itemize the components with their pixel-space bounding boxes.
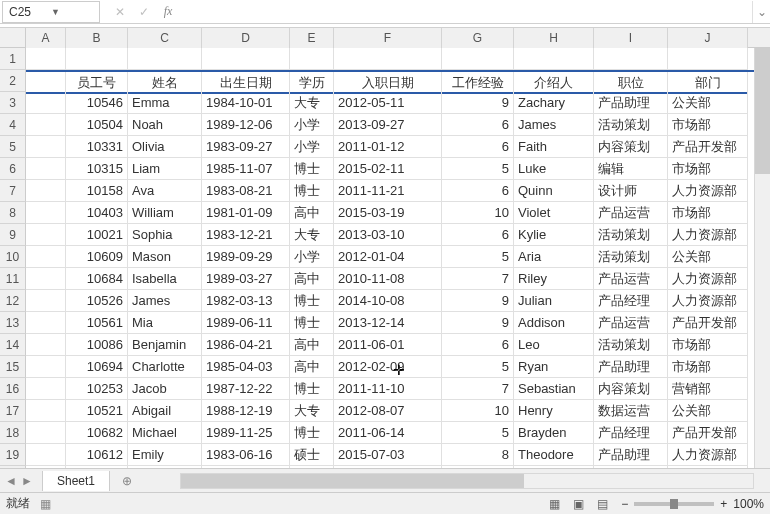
data-cell[interactable]: [26, 114, 66, 136]
data-cell[interactable]: [334, 48, 442, 70]
data-cell[interactable]: 高中: [290, 356, 334, 378]
data-cell[interactable]: [26, 312, 66, 334]
data-cell[interactable]: 产品运营: [594, 202, 668, 224]
data-cell[interactable]: [26, 92, 66, 114]
data-cell[interactable]: 产品运营: [594, 268, 668, 290]
row-header[interactable]: 1: [0, 48, 26, 70]
data-cell[interactable]: 9: [442, 92, 514, 114]
data-cell[interactable]: [26, 158, 66, 180]
data-cell[interactable]: 7: [442, 268, 514, 290]
data-cell[interactable]: Noah: [128, 114, 202, 136]
row-header[interactable]: 2: [0, 70, 26, 92]
data-cell[interactable]: Mason: [128, 246, 202, 268]
data-cell[interactable]: Julian: [514, 290, 594, 312]
sheet-nav[interactable]: ◄ ►: [0, 474, 38, 488]
data-cell[interactable]: 5: [442, 356, 514, 378]
data-cell[interactable]: 2013-03-10: [334, 224, 442, 246]
data-cell[interactable]: 2011-06-01: [334, 334, 442, 356]
data-cell[interactable]: 营销部: [668, 378, 748, 400]
data-cell[interactable]: Henry: [514, 400, 594, 422]
data-cell[interactable]: 产品经理: [594, 290, 668, 312]
macro-record-icon[interactable]: ▦: [40, 497, 51, 511]
data-cell[interactable]: 人力资源部: [668, 224, 748, 246]
data-cell[interactable]: 博士: [290, 422, 334, 444]
data-cell[interactable]: Riley: [514, 268, 594, 290]
data-cell[interactable]: 活动策划: [594, 114, 668, 136]
data-cell[interactable]: 10: [442, 400, 514, 422]
data-cell[interactable]: Benjamin: [128, 334, 202, 356]
data-cell[interactable]: 5: [442, 158, 514, 180]
row-header[interactable]: 19: [0, 444, 26, 466]
data-cell[interactable]: Abigail: [128, 400, 202, 422]
header-cell[interactable]: [26, 72, 66, 94]
data-cell[interactable]: 10158: [66, 180, 128, 202]
data-cell[interactable]: [202, 48, 290, 70]
row-header[interactable]: 5: [0, 136, 26, 158]
data-cell[interactable]: 1988-12-19: [202, 400, 290, 422]
view-page-break-icon[interactable]: ▤: [593, 497, 611, 511]
row-header[interactable]: 7: [0, 180, 26, 202]
data-cell[interactable]: 6: [442, 136, 514, 158]
data-cell[interactable]: 2012-01-04: [334, 246, 442, 268]
data-cell[interactable]: [26, 356, 66, 378]
data-cell[interactable]: 博士: [290, 466, 334, 468]
column-header[interactable]: F: [334, 28, 442, 48]
data-cell[interactable]: 6: [442, 114, 514, 136]
row-header[interactable]: 18: [0, 422, 26, 444]
row-header[interactable]: 17: [0, 400, 26, 422]
data-cell[interactable]: Mia: [128, 312, 202, 334]
data-cell[interactable]: 活动策划: [594, 224, 668, 246]
data-cell[interactable]: 市场部: [668, 158, 748, 180]
data-cell[interactable]: 1989-06-11: [202, 312, 290, 334]
data-cell[interactable]: Leo: [514, 334, 594, 356]
header-cell[interactable]: 部门: [668, 72, 748, 94]
data-cell[interactable]: James: [128, 290, 202, 312]
data-cell[interactable]: [26, 378, 66, 400]
data-cell[interactable]: 高中: [290, 202, 334, 224]
data-cell[interactable]: 1986-04-21: [202, 334, 290, 356]
data-cell[interactable]: [26, 180, 66, 202]
data-cell[interactable]: Emily: [128, 444, 202, 466]
data-cell[interactable]: 公关部: [668, 400, 748, 422]
data-cell[interactable]: 1989-11-25: [202, 422, 290, 444]
data-cell[interactable]: James: [514, 114, 594, 136]
data-cell[interactable]: [514, 48, 594, 70]
zoom-slider-thumb[interactable]: [670, 499, 678, 509]
data-cell[interactable]: 6: [442, 180, 514, 202]
data-cell[interactable]: 硕士: [290, 444, 334, 466]
data-cell[interactable]: 公关部: [668, 92, 748, 114]
data-cell[interactable]: [26, 268, 66, 290]
data-cell[interactable]: 2011-11-10: [334, 378, 442, 400]
header-cell[interactable]: 姓名: [128, 72, 202, 94]
data-cell[interactable]: 10331: [66, 136, 128, 158]
data-cell[interactable]: [26, 48, 66, 70]
sheet-tab[interactable]: Sheet1: [42, 471, 110, 491]
data-cell[interactable]: [26, 466, 66, 468]
data-cell[interactable]: Aria: [514, 246, 594, 268]
data-cell[interactable]: 活动策划: [594, 466, 668, 468]
data-cell[interactable]: 大专: [290, 92, 334, 114]
data-cell[interactable]: Liam: [128, 158, 202, 180]
row-header[interactable]: 4: [0, 114, 26, 136]
data-cell[interactable]: 高中: [290, 268, 334, 290]
column-header[interactable]: C: [128, 28, 202, 48]
data-cell[interactable]: 2013-09-27: [334, 114, 442, 136]
data-cell[interactable]: 1981-11-08: [202, 466, 290, 468]
data-cell[interactable]: [26, 202, 66, 224]
data-cell[interactable]: 数据运营: [594, 400, 668, 422]
row-header[interactable]: 3: [0, 92, 26, 114]
data-cell[interactable]: 2013-12-14: [334, 312, 442, 334]
data-cell[interactable]: 9: [442, 290, 514, 312]
row-header[interactable]: 11: [0, 268, 26, 290]
data-cell[interactable]: [26, 422, 66, 444]
zoom-in-button[interactable]: +: [720, 497, 727, 511]
data-cell[interactable]: 产品开发部: [668, 422, 748, 444]
data-cell[interactable]: 1985-11-07: [202, 158, 290, 180]
header-cell[interactable]: 入职日期: [334, 72, 442, 94]
data-cell[interactable]: Michael: [128, 422, 202, 444]
data-cell[interactable]: 活动策划: [594, 334, 668, 356]
data-cell[interactable]: 10504: [66, 114, 128, 136]
data-cell[interactable]: 2011-06-14: [334, 422, 442, 444]
data-cell[interactable]: 1983-09-27: [202, 136, 290, 158]
data-cell[interactable]: 2014-11-04: [334, 466, 442, 468]
